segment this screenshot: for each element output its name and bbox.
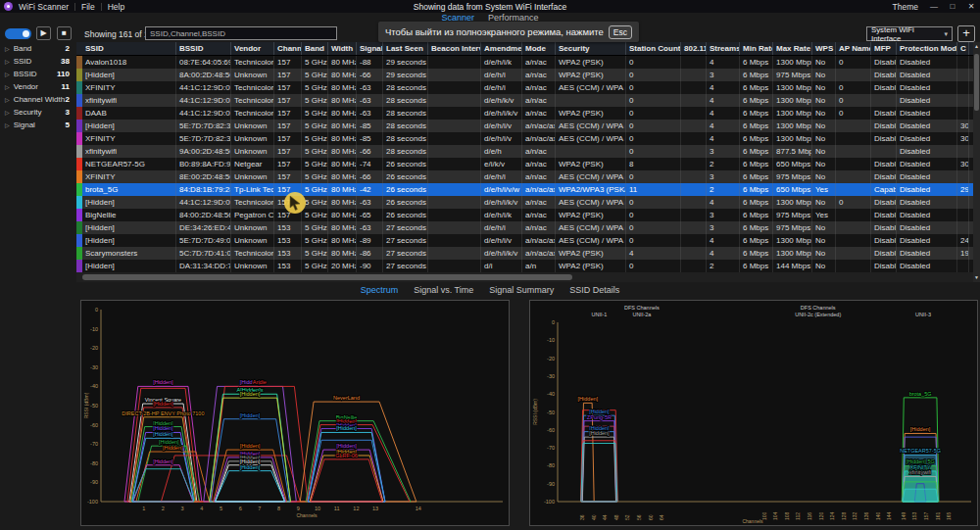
chart-tab-signal-vs-time[interactable]: Signal vs. Time xyxy=(414,285,473,295)
table-cell: 6 Mbps xyxy=(740,247,773,260)
close-icon[interactable]: ✕ xyxy=(966,2,976,11)
vertical-scrollbar[interactable]: ▲ ▼ xyxy=(973,42,980,282)
table-cell: d/e/h/i/v/w xyxy=(481,183,522,196)
table-cell: Unknown xyxy=(231,120,274,132)
table-cell: Technicolor CH xyxy=(231,107,274,120)
table-cell: BigNellie xyxy=(82,209,176,221)
column-header-streams[interactable]: Streams xyxy=(707,42,740,55)
svg-text:136: 136 xyxy=(863,511,869,520)
table-cell: 80 MHz xyxy=(328,81,357,94)
column-header-c[interactable]: C xyxy=(957,42,969,55)
table-cell: Unknown xyxy=(231,221,274,234)
table-cell xyxy=(681,170,707,183)
column-header-802-11r[interactable]: 802.11r xyxy=(681,42,707,55)
horizontal-scroll-thumb[interactable] xyxy=(82,274,572,280)
table-cell: 0 xyxy=(626,221,681,234)
network-label: [Hidden] xyxy=(153,458,173,464)
column-header-vendor[interactable]: Vendor xyxy=(231,42,274,55)
table-cell xyxy=(681,221,707,234)
table-row[interactable]: [Hidden]8A:00:2D:48:56:D0Unknown1575 GHz… xyxy=(76,69,973,81)
menu-help[interactable]: Help xyxy=(106,2,126,12)
table-row[interactable]: BigNellie84:00:2D:48:56:D0Pegatron Corp1… xyxy=(76,209,973,221)
table-row[interactable]: [Hidden]5E:7D:7D:49:0A:0FUnknown1535 GHz… xyxy=(76,234,973,247)
table-cell: 30 xyxy=(957,120,969,132)
column-header-min-rate[interactable]: Min Rate xyxy=(740,42,773,55)
sidebar-item-channel-width[interactable]: ▷Channel Width2 xyxy=(0,93,76,106)
table-cell: 157 xyxy=(274,69,302,81)
column-header-mfp[interactable]: MFP xyxy=(871,42,897,55)
table-row[interactable]: [Hidden]DA:31:34:DD:78:80Unknown1535 GHz… xyxy=(76,260,973,272)
table-cell xyxy=(428,69,481,81)
interface-select[interactable]: System WiFi Interface ▾ xyxy=(866,26,953,41)
column-header-signal[interactable]: Signal xyxy=(357,42,383,55)
table-row[interactable]: DAAB44:1C:12:9D:05:39Technicolor CH1575 … xyxy=(76,107,973,120)
table-row[interactable]: [Hidden]DE:34:26:ED:48:54Unknown1535 GHz… xyxy=(76,221,973,234)
column-header-wps[interactable]: WPS xyxy=(812,42,836,55)
chart-tab-signal-summary[interactable]: Signal Summary xyxy=(489,285,554,295)
column-header-protection-mode[interactable]: Protection Mode xyxy=(897,42,957,55)
table-row[interactable]: [Hidden]5E:7D:7D:82:3F:26Unknown1575 GHz… xyxy=(76,120,973,132)
table-row[interactable]: Avalon101808:7E:64:05:69:66Technicolor C… xyxy=(76,56,973,69)
column-header-max-rate[interactable]: Max Rate xyxy=(773,42,812,55)
column-header-security[interactable]: Security xyxy=(556,42,626,55)
table-row[interactable]: XFINITY44:1C:12:9D:05:3DTechnicolor CH15… xyxy=(76,81,973,94)
minimize-icon[interactable]: — xyxy=(929,2,939,11)
sidebar-item-security[interactable]: ▷Security3 xyxy=(0,106,76,119)
table-cell: Disabled xyxy=(871,196,897,209)
sidebar-item-vendor[interactable]: ▷Vendor11 xyxy=(0,80,76,93)
stop-button[interactable]: ■ xyxy=(57,26,72,40)
network-trace xyxy=(581,444,617,502)
scroll-down-icon[interactable]: ▼ xyxy=(973,273,980,282)
scan-toggle[interactable] xyxy=(5,28,31,39)
column-header-amendments[interactable]: Amendments xyxy=(481,42,522,55)
table-cell: Capable xyxy=(871,183,897,196)
column-header-mode[interactable]: Mode xyxy=(522,42,556,55)
chart-tab-spectrum[interactable]: Spectrum xyxy=(361,285,399,295)
svg-text:0: 0 xyxy=(552,319,555,325)
add-interface-button[interactable]: + xyxy=(957,25,975,42)
table-cell xyxy=(957,145,969,158)
menu-theme[interactable]: Theme xyxy=(891,2,920,12)
column-header-width[interactable]: Width xyxy=(328,42,357,55)
menu-file[interactable]: File xyxy=(79,2,97,12)
sidebar-item-signal[interactable]: ▷Signal5 xyxy=(0,119,76,131)
column-header-beacon-interval[interactable]: Beacon Interval xyxy=(428,42,481,55)
table-cell: 80 MHz xyxy=(328,247,357,260)
horizontal-scrollbar[interactable] xyxy=(76,272,973,282)
chart-tab-ssid-details[interactable]: SSID Details xyxy=(569,285,619,295)
table-row[interactable]: Scarymonsters5C:7D:7D:41:0A:0ATechnicolo… xyxy=(76,247,973,260)
column-header-ap-name[interactable]: AP Name xyxy=(836,42,871,55)
sidebar-item-bssid[interactable]: ▷BSSID110 xyxy=(0,68,76,80)
column-header-band[interactable]: Band xyxy=(302,42,328,55)
table-cell: 144 Mbps xyxy=(773,260,812,272)
column-header-last-seen[interactable]: Last Seen xyxy=(383,42,428,55)
table-cell xyxy=(957,221,969,234)
table-row[interactable]: XFINITY5E:7D:7D:82:3F:25Unknown1575 GHz8… xyxy=(76,132,973,145)
table-cell: 29 seconds ago xyxy=(383,69,428,81)
table-cell: a/n/ac xyxy=(522,107,556,120)
table-row[interactable]: brota_5G84:D8:1B:79:28:96Tp-Link Techn15… xyxy=(76,183,973,196)
table-cell: Disabled xyxy=(897,260,957,272)
network-label: [Hidden] xyxy=(163,445,183,451)
play-button[interactable]: ▶ xyxy=(36,26,51,40)
table-row[interactable]: xfinitywifi44:1C:12:9D:05:38Technicolor … xyxy=(76,94,973,107)
sidebar-item-ssid[interactable]: ▷SSID38 xyxy=(0,55,76,68)
table-row[interactable]: XFINITY8E:00:2D:48:56:D0Unknown1575 GHz8… xyxy=(76,170,973,183)
column-header-bssid[interactable]: BSSID xyxy=(176,42,231,55)
column-header-ssid[interactable]: SSID xyxy=(82,42,176,55)
filter-input[interactable] xyxy=(145,26,337,40)
table-cell: -66 xyxy=(357,69,383,81)
column-header-station-count[interactable]: Station Count xyxy=(626,42,681,55)
restore-icon[interactable]: □ xyxy=(948,2,957,11)
table-row[interactable]: xfinitywifi9A:00:2D:48:56:D0Unknown1575 … xyxy=(76,145,973,158)
scroll-up-icon[interactable]: ▲ xyxy=(973,42,980,51)
table-cell xyxy=(428,209,481,221)
table-cell: -86 xyxy=(357,247,383,260)
table-cell: 24 xyxy=(957,234,969,247)
table-cell: Disabled xyxy=(871,234,897,247)
vertical-scroll-thumb[interactable] xyxy=(974,54,979,111)
sidebar-item-band[interactable]: ▷Band2 xyxy=(0,42,76,55)
table-row[interactable]: [Hidden]44:1C:12:9D:05:3ETechnicolor CH1… xyxy=(76,196,973,209)
column-header-channel[interactable]: Channel xyxy=(274,42,302,55)
table-row[interactable]: NETGEAR57-5GB0:89:8A:FD:9D:E0Netgear1575… xyxy=(76,158,973,170)
